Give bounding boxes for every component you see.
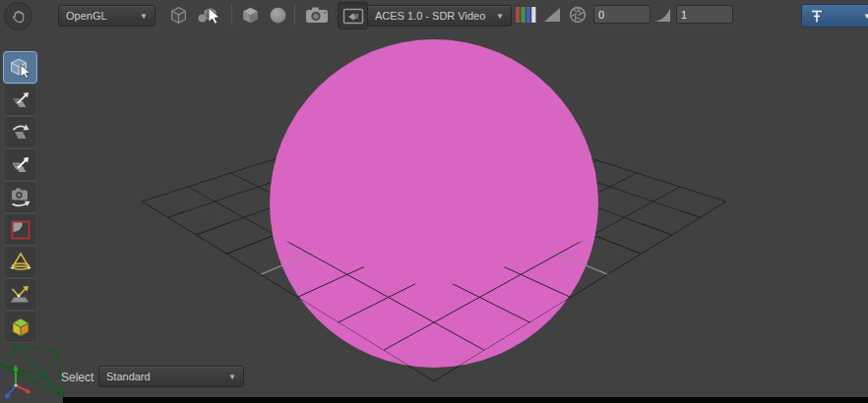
sphere-icon [268, 5, 288, 26]
shader-dropdown[interactable]: OpenGL ▼ [58, 5, 155, 27]
projector-screen-icon [342, 7, 364, 26]
sphere-primitive-button[interactable] [265, 2, 291, 28]
projection-tool[interactable] [3, 278, 37, 311]
wireframe-cube-icon [168, 5, 189, 26]
viewport-canvas[interactable] [0, 0, 868, 403]
sphere-object[interactable] [270, 39, 598, 368]
falloff-icon [9, 218, 32, 242]
chevron-down-icon: ▼ [218, 373, 236, 381]
gamma-input[interactable] [676, 5, 733, 24]
select-cube-cursor-icon [9, 56, 32, 80]
mouse-cursor [208, 8, 223, 28]
display-object-button[interactable] [165, 2, 192, 28]
camera-orbit-icon [9, 186, 32, 209]
transform-objects-tool[interactable] [3, 84, 37, 116]
gamma-curve-icon [651, 2, 674, 28]
colorspace-dropdown-value: ACES 1.0 - SDR Video [375, 10, 485, 22]
colorspace-dropdown[interactable]: ACES 1.0 - SDR Video ▼ [367, 5, 512, 27]
select-label: Select [61, 371, 93, 384]
select-objects-tool[interactable] [3, 51, 37, 84]
cube-icon [240, 5, 261, 26]
pin-icon [810, 9, 824, 24]
shader-dropdown-value: OpenGL [66, 10, 107, 22]
exposure-ramp-icon [540, 2, 564, 28]
camera-icon [304, 5, 330, 25]
orbit-camera-tool[interactable] [3, 181, 37, 213]
bounce-arrow-icon [9, 283, 32, 307]
rgb-channels-icon [515, 5, 536, 25]
pin-dropdown-button[interactable]: ▼ [801, 4, 868, 28]
exposure-input[interactable] [593, 5, 651, 24]
light-tool[interactable] [3, 246, 37, 278]
hand-icon [10, 8, 28, 26]
shader-select-value: Standard [106, 371, 151, 382]
transform-selected-tool[interactable] [3, 148, 37, 181]
channels-button[interactable] [513, 2, 538, 28]
chevron-down-icon: ▼ [486, 12, 504, 21]
aperture-button[interactable] [566, 2, 589, 28]
top-toolbar: OpenGL ▼ [0, 0, 868, 29]
light-cone-icon [9, 251, 32, 274]
move-selected-icon [9, 153, 32, 177]
rotate-icon [9, 121, 32, 144]
snapshot-button[interactable] [301, 2, 333, 28]
toolbar-separator [231, 5, 232, 25]
camera-frustum-gizmo [0, 335, 63, 396]
cube-primitive-button[interactable] [237, 2, 264, 28]
aperture-icon [568, 5, 588, 25]
pan-hand-button[interactable] [4, 2, 32, 30]
chevron-down-icon: ▼ [863, 12, 868, 21]
falloff-tool[interactable] [3, 213, 37, 246]
shaded-cube-icon [9, 316, 32, 339]
viewport-window: OpenGL ▼ [0, 0, 868, 403]
shader-select-dropdown[interactable]: Standard ▼ [98, 366, 244, 387]
toolbar-separator [294, 5, 295, 25]
move-layers-icon [9, 88, 32, 112]
screenshot-settings-button[interactable] [338, 2, 368, 29]
rotate-object-tool[interactable] [3, 116, 37, 148]
chevron-down-icon: ▼ [130, 12, 148, 21]
shaded-display-tool[interactable] [3, 311, 37, 343]
panel-edge [63, 397, 868, 403]
